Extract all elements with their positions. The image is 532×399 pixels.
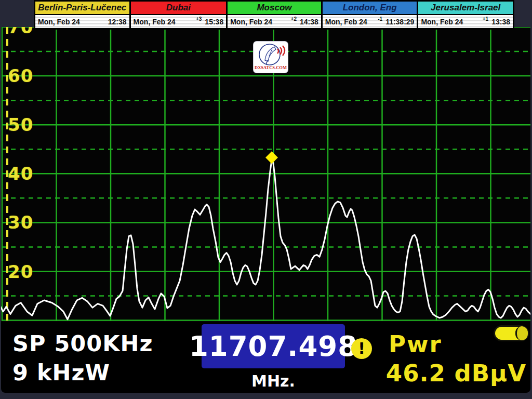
clock-city-header: Dubai <box>131 2 227 14</box>
logo-text: DXSATCS.COM <box>255 65 287 70</box>
clock-datetime-row: Mon, Feb 24 12:38 <box>35 15 129 28</box>
clock-date: Mon, Feb 24 <box>230 18 290 26</box>
clock-time: 12:38 <box>108 18 127 26</box>
clock-column-moscow: Moscow Mon, Feb 24 +2 14:38 <box>228 2 321 28</box>
span-readout: SP 500KHz <box>12 330 153 356</box>
bottom-readout-bar: SP 500KHz 9 kHzW 11707.498 MHz. ! Pwr 46… <box>1 322 530 393</box>
clock-date: Mon, Feb 24 <box>421 18 482 26</box>
clock-utc-offset: +2 <box>291 15 297 22</box>
dish-reflector <box>265 47 276 61</box>
satellite-dish-icon: DXSATCS.COM <box>254 42 288 73</box>
clock-column-berlin: Berlin-Paris-Lučenec Mon, Feb 24 12:38 <box>35 2 129 28</box>
clock-date: Mon, Feb 24 <box>38 18 105 26</box>
clock-datetime-row: Mon, Feb 24 -1 11:38:29 <box>323 15 417 28</box>
clock-time: 13:38 <box>491 18 510 26</box>
clock-date: Mon, Feb 24 <box>325 18 378 26</box>
alert-glyph: ! <box>358 338 365 359</box>
dxsatcs-logo: DXSATCS.COM <box>254 42 288 73</box>
rbw-readout: 9 kHzW <box>12 360 110 385</box>
frequency-value: 11707.498 <box>189 330 357 362</box>
clock-utc-offset: +1 <box>483 15 488 22</box>
y-axis-tick-label: 50 <box>8 114 33 135</box>
clock-datetime-row: Mon, Feb 24 +1 13:38 <box>418 15 513 28</box>
frequency-unit-label: MHz. <box>202 372 345 390</box>
toggle-knob <box>515 326 528 340</box>
y-axis-tick-label: 60 <box>8 65 33 86</box>
y-axis-tick-label: 20 <box>8 261 33 282</box>
clock-time: 11:38:29 <box>385 18 414 26</box>
clock-city-header: Moscow <box>228 2 321 14</box>
power-label: Pwr <box>389 330 442 358</box>
y-axis-tick-label: 70 <box>8 27 33 37</box>
clock-city-header: Berlin-Paris-Lučenec <box>35 2 129 14</box>
clock-time: 15:38 <box>205 18 223 26</box>
power-toggle[interactable] <box>494 325 529 341</box>
power-value: 46.2 dBµV <box>386 360 526 387</box>
alert-exclamation-icon: ! <box>351 338 372 359</box>
signal-wave-icon <box>283 46 285 56</box>
clock-date: Mon, Feb 24 <box>134 18 196 26</box>
world-clock-bar: Berlin-Paris-Lučenec Mon, Feb 24 12:38 D… <box>34 0 514 30</box>
signal-wave-icon <box>280 47 282 55</box>
clock-datetime-row: Mon, Feb 24 +3 15:38 <box>131 15 227 28</box>
clock-datetime-row: Mon, Feb 24 +2 14:38 <box>228 15 321 28</box>
clock-city-header: London, Eng <box>323 2 417 14</box>
peak-marker-diamond-icon <box>265 151 278 164</box>
clock-column-london: London, Eng Mon, Feb 24 -1 11:38:29 <box>323 2 417 28</box>
clock-utc-offset: -1 <box>378 15 382 22</box>
clock-time: 14:38 <box>300 18 318 26</box>
clock-city-header: Jerusalem-Israel <box>418 2 513 14</box>
clock-utc-offset: +3 <box>196 15 202 22</box>
y-axis-tick-label: 30 <box>8 212 33 233</box>
clock-column-jerusalem: Jerusalem-Israel Mon, Feb 24 +1 13:38 <box>418 2 513 28</box>
clock-column-dubai: Dubai Mon, Feb 24 +3 15:38 <box>131 2 227 28</box>
y-axis-tick-label: 40 <box>8 163 33 184</box>
frequency-display: 11707.498 <box>202 324 345 368</box>
signal-wave-icon <box>277 49 278 54</box>
spectrum-trace <box>1 160 530 320</box>
